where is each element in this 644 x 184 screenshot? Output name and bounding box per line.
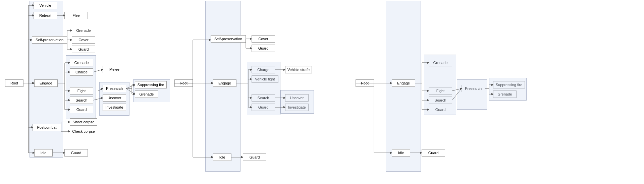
node-postcombat-1: Postcombat <box>33 124 61 131</box>
root-node-2: Root <box>174 79 193 87</box>
group-tree3-fight <box>457 79 487 110</box>
node-engage-2: Engage <box>213 79 236 87</box>
node-shootcorpse-1: Shoot corpse <box>70 118 97 126</box>
node-charge-1: Charge <box>70 68 93 76</box>
node-idle-2: Idle <box>213 154 231 161</box>
node-melee-1: Melee <box>103 66 126 73</box>
node-flee-1: Flee <box>64 12 88 19</box>
diagram: Root Vehicle Retreat Flee Self-preservat… <box>0 0 644 184</box>
group-tree1-col1 <box>30 1 63 158</box>
arrows-svg <box>0 0 644 184</box>
node-search-1: Search <box>70 97 93 104</box>
root-node-1: Root <box>5 79 23 87</box>
root-node-3: Root <box>356 79 374 87</box>
node-idle-3: Idle <box>392 149 410 157</box>
group-tree2-search <box>280 90 314 114</box>
node-guard-2a: Guard <box>252 45 275 52</box>
node-engage-3: Engage <box>392 79 415 87</box>
node-grenade-1c: Grenade <box>135 90 158 98</box>
node-selfpres-2: Self-preservation <box>211 35 246 43</box>
node-guard-2c: Guard <box>243 154 266 161</box>
node-fight-1: Fight <box>70 87 93 95</box>
node-checkcorpse-1: Check corpse <box>70 128 97 135</box>
node-investigate-1: Investigate <box>103 104 126 111</box>
node-suppfire-1: Suppressing fire <box>135 81 167 88</box>
group-tree3-engage <box>424 55 456 115</box>
node-vehiclestrafe-2: Vehicle strafe <box>285 66 312 73</box>
node-retreat-1: Retreat <box>34 12 57 19</box>
node-guard-1c: Guard <box>64 149 88 157</box>
node-grenade-1a: Grenade <box>72 27 95 34</box>
node-cover-2: Cover <box>252 35 275 43</box>
node-grenade-1b: Grenade <box>70 59 93 66</box>
node-engage-1: Engage <box>34 79 58 87</box>
node-vehicle-1: Vehicle <box>34 2 57 9</box>
node-idle-1: Idle <box>34 149 53 157</box>
node-cover-1: Cover <box>72 36 95 44</box>
node-guard-1b: Guard <box>70 106 93 113</box>
node-guard-3b: Guard <box>422 149 445 157</box>
node-uncover-1: Uncover <box>103 94 126 102</box>
node-selfpres-1: Self-preservation <box>32 36 67 44</box>
group-tree3-supp <box>489 78 527 101</box>
group-tree2-engage <box>247 62 280 115</box>
node-guard-1a: Guard <box>72 46 95 53</box>
node-presearch-1: Presearch <box>103 85 126 92</box>
